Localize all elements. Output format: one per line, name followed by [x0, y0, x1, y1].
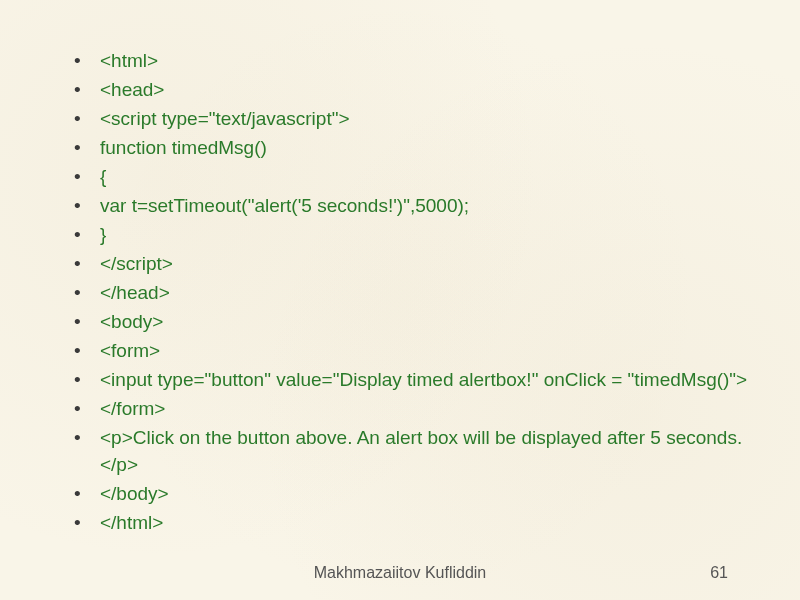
code-line: <head> — [74, 77, 770, 104]
code-line: <html> — [74, 48, 770, 75]
code-line: </body> — [74, 481, 770, 508]
code-line: <form> — [74, 338, 770, 365]
code-line: { — [74, 164, 770, 191]
footer-author: Makhmazaiitov Kufliddin — [0, 564, 800, 582]
code-line: </html> — [74, 510, 770, 537]
code-line: </script> — [74, 251, 770, 278]
code-line: <p>Click on the button above. An alert b… — [74, 425, 770, 479]
code-list: <html> <head> <script type="text/javascr… — [30, 48, 770, 536]
code-line: var t=setTimeout("alert('5 seconds!')",5… — [74, 193, 770, 220]
code-line: <input type="button" value="Display time… — [74, 367, 770, 394]
slide-content: <html> <head> <script type="text/javascr… — [0, 0, 800, 600]
code-line: </head> — [74, 280, 770, 307]
code-line: <body> — [74, 309, 770, 336]
code-line: function timedMsg() — [74, 135, 770, 162]
code-line: <script type="text/javascript"> — [74, 106, 770, 133]
code-line: </form> — [74, 396, 770, 423]
page-number: 61 — [710, 564, 728, 582]
code-line: } — [74, 222, 770, 249]
